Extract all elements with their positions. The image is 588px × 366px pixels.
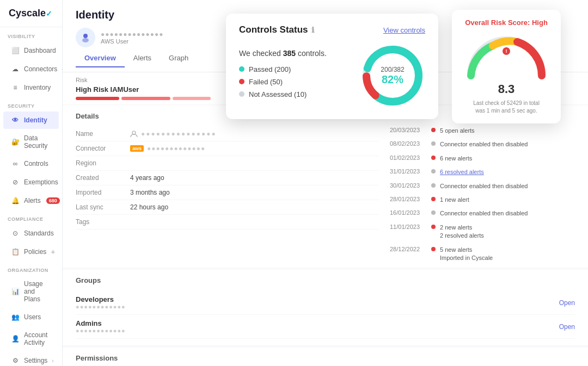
controls-body: We checked 385 controls. Passed (200) Fa… [239,43,425,108]
sidebar-item-exemptions[interactable]: ⊘ Exemptions [3,173,59,191]
detail-row-connector: Connector aws ●●●●●●●●●●●●● [76,141,379,156]
sidebar-item-settings[interactable]: ⚙ Settings › [3,352,59,366]
detail-value: 4 years ago [130,174,164,182]
popup-title-text: Controls Status [239,24,308,35]
tab-alerts[interactable]: Alerts [125,49,160,67]
sidebar-item-label: Alerts [24,197,41,204]
timeline-text: Connector enabled then disabled [440,209,528,218]
sidebar-item-usage-plans[interactable]: 📊 Usage and Plans [3,276,59,307]
timeline-date: 20/03/2023 [390,127,427,133]
group-row-developers: Developers ●●●●●●●●●●●● Open [76,291,575,315]
timeline-date: 11/01/2023 [390,224,427,230]
detail-row-lastsync: Last sync 22 hours ago [76,200,379,215]
timeline-dot [431,210,436,215]
risk-score-popup: Overall Risk Score: High 8.3 Last check … [452,10,561,123]
controls-icon: ∞ [11,159,20,168]
user-info: ●●●●●●●●●●●●●● AWS User [101,30,163,45]
svg-point-1 [82,38,89,42]
sidebar-item-label: Inventory [24,84,51,91]
alerts-icon: 🔔 [11,196,20,205]
sidebar-item-inventory[interactable]: ≡ Inventory [3,79,59,96]
timeline-dot [431,169,436,173]
view-controls-link[interactable]: View controls [383,26,425,34]
visibility-section-label: VISIBILITY [0,27,62,41]
legend-passed-label: Passed (200) [249,65,291,73]
timeline-item: 01/02/2023 6 new alerts [390,154,575,163]
detail-label: Tags [76,218,130,226]
sidebar-item-identity[interactable]: 👁 Identity [3,111,59,129]
identity-icon: 👁 [11,116,20,125]
controls-checked: We checked 385 controls. [239,49,349,58]
sidebar-item-data-security[interactable]: 🔐 Data Security [3,130,59,154]
timeline-dot [431,225,436,229]
sidebar-item-dashboard[interactable]: ⬜ Dashboard [3,42,59,59]
legend-dot-red [239,79,244,84]
sidebar: Cyscale✓ VISIBILITY ⬜ Dashboard ☁ Connec… [0,0,63,366]
timeline-date: 30/01/2023 [390,182,427,189]
groups-title: Groups [76,276,575,284]
sidebar-item-controls[interactable]: ∞ Controls [3,155,59,172]
timeline-date: 31/01/2023 [390,168,427,175]
connector-blurred: ●●●●●●●●●●●●● [147,145,205,152]
timeline-dot [431,197,436,201]
risk-bar-3 [173,97,211,100]
settings-chevron-icon: › [52,358,53,364]
timeline-date: 16/01/2023 [390,209,427,216]
timeline-date: 28/01/2023 [390,196,427,202]
resolved-alerts-link[interactable]: 6 resolved alerts [440,169,484,175]
sidebar-item-label: Identity [24,116,47,124]
sidebar-item-policies[interactable]: 📋 Policies + [3,243,59,260]
timeline-text: Connector enabled then disabled [440,140,528,148]
timeline-date: 28/12/2022 [390,246,427,252]
svg-point-2 [132,131,136,134]
permissions-section: Permissions aws AWS Account ●●●●●●●●●●●●… [63,348,588,366]
detail-label: Created [76,174,130,182]
timeline-item: 31/01/2023 6 resolved alerts [390,168,575,176]
logo-checkmark: ✓ [46,9,52,18]
group-info: Admins ●●●●●●●●●●●● [76,319,126,334]
usage-plans-icon: 📊 [11,287,20,296]
sidebar-item-label: Exemptions [24,178,58,186]
sidebar-item-users[interactable]: 👥 Users [3,308,59,326]
timeline-item: 16/01/2023 Connector enabled then disabl… [390,209,575,218]
add-policy-icon[interactable]: + [51,247,55,256]
detail-row-region: Region [76,156,379,171]
timeline-date: 08/02/2023 [390,140,427,147]
organization-section-label: ORGANIZATION [0,261,62,275]
logo-text: Cyscale✓ [9,8,52,19]
risk-popup-title: Overall Risk Score: High [461,18,552,27]
tab-overview[interactable]: Overview [76,49,125,67]
timeline-item: 28/12/2022 5 new alertsImported in Cysca… [390,246,575,263]
detail-value: 22 hours ago [130,203,168,211]
info-icon[interactable]: ℹ [311,26,314,34]
timeline-item: 11/01/2023 2 new alerts2 resolved alerts [390,224,575,240]
sidebar-item-label: Dashboard [24,47,56,54]
controls-info: We checked 385 controls. Passed (200) Fa… [239,49,349,103]
users-icon: 👥 [11,313,20,321]
gauge-indicator [503,47,510,55]
tab-graph[interactable]: Graph [160,49,197,67]
legend-failed-label: Failed (50) [249,78,283,86]
main-scroll[interactable]: Details Name ●●●●●●●●●●●●●●● Connector a… [63,104,588,366]
group-open-link[interactable]: Open [559,323,575,331]
sidebar-item-label: Settings [24,357,47,364]
sidebar-item-alerts[interactable]: 🔔 Alerts 680 [3,192,59,209]
timeline-dot [431,247,436,251]
detail-label: Last sync [76,203,130,211]
user-name: ●●●●●●●●●●●●●● [101,30,163,38]
sidebar-item-connectors[interactable]: ☁ Connectors + [3,60,59,78]
sidebar-item-standards[interactable]: ⊙ Standards [3,225,59,242]
group-open-link[interactable]: Open [559,299,575,307]
detail-label: Name [76,130,130,138]
sidebar-item-account-activity[interactable]: 👤 Account Activity [3,327,59,351]
dashboard-icon: ⬜ [11,46,20,55]
group-sub: ●●●●●●●●●●●● [76,303,126,310]
timeline-dot [431,183,436,188]
detail-label: Imported [76,189,130,196]
timeline-text: 2 new alerts2 resolved alerts [440,224,484,240]
timeline-item: 20/03/2023 5 open alerts [390,127,575,135]
legend-dot-light [239,91,244,97]
gauge-svg [463,32,550,81]
detail-label: Connector [76,145,130,152]
timeline-text: 5 open alerts [440,127,475,135]
